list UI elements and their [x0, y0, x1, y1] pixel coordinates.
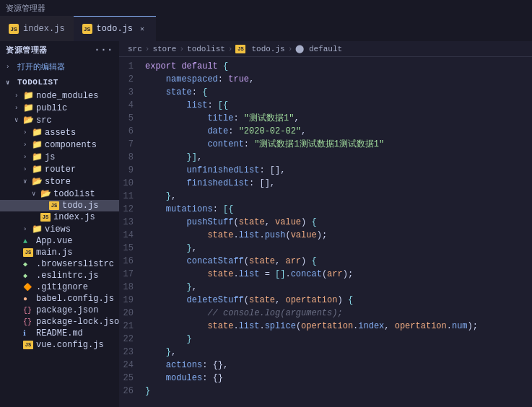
line-content: }, [145, 346, 532, 359]
code-line: 8 }], [119, 151, 532, 164]
sidebar-item-index-js[interactable]: JS index.js [0, 211, 119, 223]
sidebar-item-label: todo.js [62, 201, 98, 211]
open-editors-section[interactable]: › 打开的编辑器 [0, 58, 119, 75]
sidebar-item-label: package.json [36, 305, 98, 315]
breadcrumb-sep: › [228, 45, 233, 53]
code-line: 4 list: [{ [119, 99, 532, 112]
sidebar-item-label: App.vue [36, 236, 72, 246]
todolist-label: TODOLIST [17, 78, 58, 87]
sidebar-menu-button[interactable]: ··· [94, 44, 113, 56]
line-content: export default { [145, 60, 532, 73]
tab-label-todo: todo.js [97, 24, 133, 34]
line-content: date: "2020-02-02", [145, 125, 532, 138]
sidebar-item-label: .eslintrc.js [36, 271, 98, 281]
folder-open-icon: 📂 [23, 115, 33, 126]
sidebar-item-store[interactable]: ∨ 📂 store [0, 175, 119, 188]
line-content: deleteStuff(state, opertation) { [145, 294, 532, 307]
code-line: 26} [119, 385, 532, 398]
line-number: 16 [119, 255, 145, 268]
line-content: title: "测试数据1", [145, 112, 532, 125]
code-line: 22 } [119, 333, 532, 346]
sidebar-item-eslintrc[interactable]: ◆ .eslintrc.js [0, 270, 119, 281]
sidebar-item-router[interactable]: › 📁 router [0, 163, 119, 175]
line-number: 14 [119, 229, 145, 242]
code-line: 14 state.list.push(value); [119, 229, 532, 242]
code-line: 2 namespaced: true, [119, 73, 532, 86]
code-line: 17 state.list = [].concat(arr); [119, 268, 532, 281]
folder-icon: 📁 [32, 152, 42, 162]
line-content: namespaced: true, [145, 73, 532, 86]
code-line: 1export default { [119, 60, 532, 73]
code-line: 10 finishedList: [], [119, 177, 532, 190]
code-line: 15 }, [119, 242, 532, 255]
tab-todo-js[interactable]: JS todo.js ✕ [74, 16, 156, 41]
sidebar-title: 资源管理器 [6, 45, 48, 56]
sidebar-item-node-modules[interactable]: › 📁 node_modules [0, 89, 119, 102]
line-content: mutations: [{ [145, 203, 532, 216]
breadcrumb: src › store › todolist › JS todo.js › ⬤ … [119, 41, 532, 57]
sidebar-item-label: .gitignore [36, 282, 88, 292]
sidebar-item-src[interactable]: ∨ 📂 src [0, 114, 119, 126]
code-line: 18 }, [119, 281, 532, 294]
code-line: 24 actions: {}, [119, 359, 532, 372]
sidebar-item-package-json[interactable]: {} package.json [0, 305, 119, 316]
chevron-right-icon: › [23, 166, 32, 173]
line-number: 10 [119, 177, 145, 190]
sidebar-item-label: node_modules [36, 91, 98, 101]
sidebar-item-package-lock-json[interactable]: {} package-lock.json [0, 316, 119, 328]
sidebar-item-babel-config[interactable]: ● babel.config.js [0, 293, 119, 305]
chevron-right-icon: › [14, 105, 23, 112]
sidebar-item-main-js[interactable]: JS main.js [0, 247, 119, 258]
sidebar-header: 资源管理器 ··· [0, 41, 119, 58]
md-file-icon: ℹ [23, 329, 33, 338]
folder-icon: 📁 [23, 102, 33, 113]
chevron-right-icon: › [23, 154, 32, 161]
tab-close-button[interactable]: ✕ [137, 24, 147, 34]
dot-file-icon: ◆ [23, 271, 33, 280]
line-content: state.list.splice(opertation.index, oper… [145, 320, 532, 333]
sidebar-item-label: views [45, 224, 71, 235]
js-icon: JS [82, 24, 92, 34]
tab-label-index: index.js [23, 24, 65, 34]
todolist-section[interactable]: ∨ TODOLIST [0, 75, 119, 89]
js-file-icon: JS [23, 341, 33, 349]
tab-index-js[interactable]: JS index.js [0, 16, 74, 41]
sidebar-item-todo-js[interactable]: JS todo.js [0, 200, 119, 211]
sidebar-item-gitignore[interactable]: 🔶 .gitignore [0, 281, 119, 293]
sidebar-item-views[interactable]: › 📁 views [0, 223, 119, 235]
line-content: content: "测试数据1测试数据1测试数据1" [145, 138, 532, 151]
line-number: 6 [119, 125, 145, 138]
js-file-icon: JS [40, 213, 51, 222]
folder-icon: 📁 [32, 127, 42, 138]
code-line: 20 // console.log(arguments); [119, 307, 532, 320]
line-content: pushStuff(state, value) { [145, 216, 532, 229]
sidebar-item-readme[interactable]: ℹ README.md [0, 328, 119, 339]
sidebar-item-assets[interactable]: › 📁 assets [0, 126, 119, 139]
line-number: 23 [119, 346, 145, 359]
breadcrumb-sep: › [288, 45, 293, 53]
sidebar-item-app-vue[interactable]: ▲ App.vue [0, 235, 119, 247]
line-content: }, [145, 281, 532, 294]
code-area: src › store › todolist › JS todo.js › ⬤ … [119, 41, 532, 407]
chevron-right-icon: › [23, 141, 32, 149]
line-content: }], [145, 151, 532, 164]
chevron-right-icon: › [6, 64, 14, 71]
sidebar-item-public[interactable]: › 📁 public [0, 102, 119, 114]
line-number: 3 [119, 86, 145, 99]
sidebar-item-components[interactable]: › 📁 components [0, 139, 119, 151]
code-editor[interactable]: 1export default {2 namespaced: true,3 st… [119, 57, 532, 407]
sidebar-item-todolist[interactable]: ∨ 📂 todolist [0, 188, 119, 200]
sidebar-item-js[interactable]: › 📁 js [0, 151, 119, 163]
line-content: unfinishedList: [], [145, 164, 532, 177]
js-file-icon: JS [49, 201, 59, 210]
chevron-down-icon: ∨ [32, 190, 40, 198]
folder-icon: 📁 [23, 90, 33, 101]
line-number: 1 [119, 60, 145, 73]
sidebar-item-label: assets [45, 128, 76, 138]
chevron-down-icon: ∨ [14, 116, 23, 124]
line-content: finishedList: [], [145, 177, 532, 190]
sidebar-item-vue-config[interactable]: JS vue.config.js [0, 339, 119, 351]
breadcrumb-js-icon: JS [235, 45, 245, 53]
breadcrumb-sep: › [145, 45, 150, 53]
sidebar-item-browserslistrc[interactable]: ◆ .browserslistrc [0, 258, 119, 270]
